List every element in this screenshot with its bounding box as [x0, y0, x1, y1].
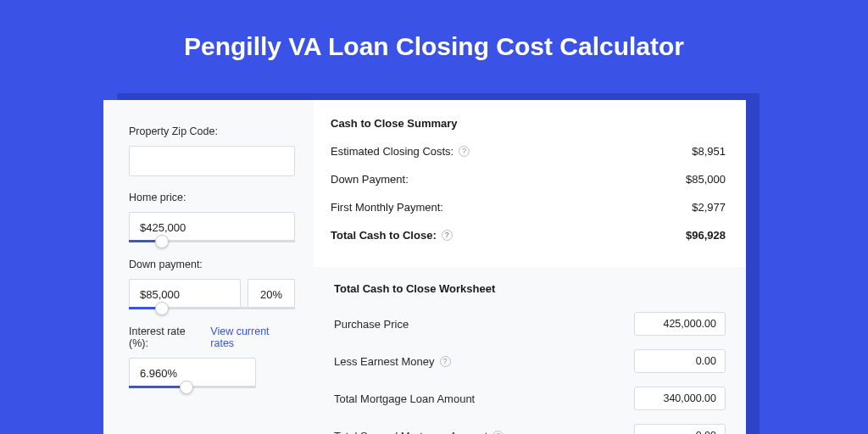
- summary-total-value: $96,928: [686, 229, 726, 242]
- slider-track: [129, 307, 295, 309]
- help-icon[interactable]: ?: [442, 230, 453, 241]
- worksheet-input-second-mortgage[interactable]: [634, 424, 726, 434]
- zip-field-group: Property Zip Code:: [129, 125, 295, 176]
- home-price-field-group: Home price:: [129, 192, 295, 243]
- summary-row-down-payment: Down Payment: $85,000: [331, 173, 726, 186]
- summary-row-total: Total Cash to Close: ? $96,928: [331, 229, 726, 242]
- summary-value: $2,977: [692, 201, 726, 214]
- worksheet-row-earnest-money: Less Earnest Money ?: [334, 349, 726, 373]
- slider-thumb-icon[interactable]: [155, 235, 169, 248]
- help-icon[interactable]: ?: [459, 146, 470, 157]
- worksheet-section: Total Cash to Close Worksheet Purchase P…: [314, 267, 746, 434]
- inputs-panel: Property Zip Code: Home price: Down paym…: [103, 100, 314, 434]
- view-rates-link[interactable]: View current rates: [210, 326, 295, 349]
- summary-row-closing-costs: Estimated Closing Costs: ? $8,951: [331, 145, 726, 158]
- zip-input[interactable]: [129, 146, 295, 176]
- worksheet-input-mortgage-amount[interactable]: [634, 387, 726, 410]
- page-title: Pengilly VA Loan Closing Cost Calculator: [0, 0, 868, 85]
- summary-value: $85,000: [686, 173, 726, 186]
- help-icon[interactable]: ?: [492, 431, 504, 435]
- zip-label: Property Zip Code:: [129, 125, 295, 137]
- summary-title: Cash to Close Summary: [331, 117, 726, 130]
- worksheet-row-purchase-price: Purchase Price: [334, 312, 726, 336]
- home-price-label: Home price:: [129, 192, 295, 203]
- summary-section: Cash to Close Summary Estimated Closing …: [331, 117, 726, 267]
- summary-value: $8,951: [692, 145, 726, 158]
- summary-total-label: Total Cash to Close:: [331, 229, 437, 242]
- home-price-input[interactable]: [129, 212, 295, 242]
- down-payment-field-group: Down payment: 20%: [129, 259, 295, 310]
- summary-label: Estimated Closing Costs:: [331, 145, 453, 158]
- worksheet-input-purchase-price[interactable]: [634, 312, 726, 336]
- down-payment-pct[interactable]: 20%: [248, 279, 295, 309]
- worksheet-title: Total Cash to Close Worksheet: [334, 282, 726, 295]
- worksheet-label: Purchase Price: [334, 318, 409, 331]
- worksheet-row-mortgage-amount: Total Mortgage Loan Amount: [334, 387, 726, 410]
- results-panel: Cash to Close Summary Estimated Closing …: [314, 100, 746, 434]
- slider-thumb-icon[interactable]: [180, 381, 193, 394]
- summary-label: First Monthly Payment:: [331, 201, 443, 214]
- slider-thumb-icon[interactable]: [155, 302, 169, 315]
- worksheet-input-earnest-money[interactable]: [634, 349, 726, 373]
- home-price-slider[interactable]: [129, 241, 295, 243]
- down-payment-slider[interactable]: [129, 308, 295, 310]
- worksheet-row-second-mortgage: Total Second Mortgage Amount ?: [334, 424, 726, 434]
- interest-field-group: Interest rate (%): View current rates: [129, 326, 295, 389]
- help-icon[interactable]: ?: [440, 356, 451, 367]
- summary-row-first-payment: First Monthly Payment: $2,977: [331, 201, 726, 214]
- down-payment-input[interactable]: [129, 279, 241, 309]
- worksheet-label: Total Second Mortgage Amount: [334, 430, 487, 435]
- worksheet-label: Total Mortgage Loan Amount: [334, 392, 475, 405]
- calculator-card: Property Zip Code: Home price: Down paym…: [103, 100, 746, 434]
- interest-rate-slider[interactable]: [129, 387, 256, 389]
- slider-fill: [129, 386, 186, 388]
- slider-track: [129, 240, 295, 242]
- down-payment-label: Down payment:: [129, 259, 295, 270]
- summary-label: Down Payment:: [331, 173, 409, 186]
- worksheet-label: Less Earnest Money: [334, 355, 435, 368]
- interest-rate-label: Interest rate (%):: [129, 326, 207, 349]
